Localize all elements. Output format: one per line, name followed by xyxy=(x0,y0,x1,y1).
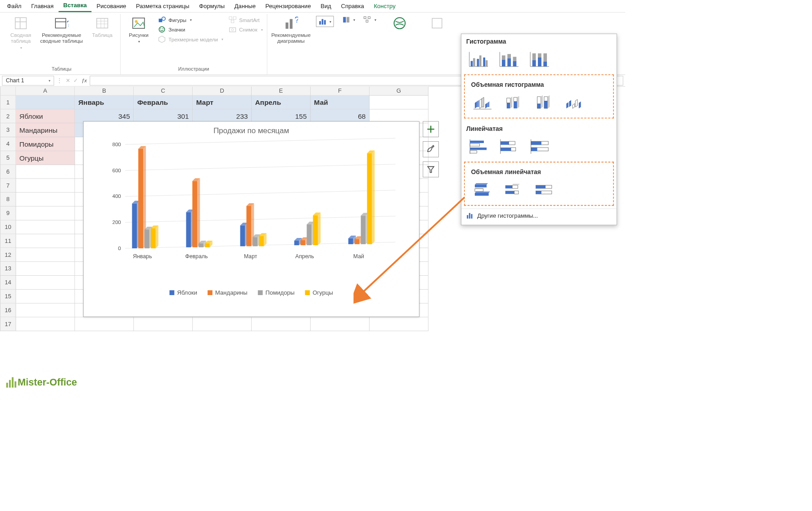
chart-type-3d-column[interactable] xyxy=(563,93,587,113)
name-box[interactable]: Chart 1 ▾ xyxy=(2,76,54,85)
row-header[interactable]: 11 xyxy=(0,234,16,248)
row-header[interactable]: 2 xyxy=(0,109,16,123)
row-header[interactable]: 4 xyxy=(0,137,16,151)
row-header[interactable]: 15 xyxy=(0,290,16,304)
cell[interactable] xyxy=(16,248,75,262)
cell[interactable] xyxy=(252,317,311,331)
cell[interactable] xyxy=(16,304,75,318)
tab-design[interactable]: Констру xyxy=(369,0,401,12)
cell[interactable] xyxy=(16,220,75,234)
maps-button[interactable] xyxy=(386,16,414,30)
shapes-button[interactable]: Фигуры▾ xyxy=(158,16,223,23)
row-header[interactable]: 16 xyxy=(0,304,16,318)
column-header[interactable]: A xyxy=(16,87,75,96)
tab-data[interactable]: Данные xyxy=(230,0,261,12)
cell[interactable]: Помидоры xyxy=(16,137,75,151)
cell[interactable] xyxy=(16,193,75,206)
chart-filters-button[interactable] xyxy=(423,161,438,177)
more-histograms[interactable]: Другие гистограммы... xyxy=(461,209,617,223)
chart-type-3d-clustered-column[interactable] xyxy=(471,93,495,113)
cell[interactable] xyxy=(16,234,75,248)
recommended-pivot-button[interactable]: ? Рекомендуемые сводные таблицы xyxy=(40,16,83,44)
chart-type-3d-clustered-bar[interactable] xyxy=(471,180,495,200)
chart-type-clustered-bar[interactable] xyxy=(466,137,491,157)
chart-type-stacked-column[interactable] xyxy=(496,49,521,70)
cell[interactable]: Февраль xyxy=(134,96,193,110)
fx-icon[interactable]: ƒх xyxy=(81,77,87,83)
column-header[interactable]: G xyxy=(370,87,429,96)
cancel-icon[interactable]: ✕ xyxy=(66,77,70,84)
tab-layout[interactable]: Разметка страницы xyxy=(131,0,194,12)
row-header[interactable]: 13 xyxy=(0,262,16,276)
cell[interactable] xyxy=(16,317,75,331)
chart-type-100-stacked-column[interactable] xyxy=(527,49,551,70)
cell[interactable]: Апрель xyxy=(252,96,311,110)
chart-type-3d-100-stacked-bar[interactable] xyxy=(532,180,556,200)
cell[interactable] xyxy=(16,165,75,179)
column-header[interactable] xyxy=(0,87,16,96)
tab-draw[interactable]: Рисование xyxy=(92,0,131,12)
row-header[interactable]: 10 xyxy=(0,220,16,234)
pictures-button[interactable]: Рисунки ▾ xyxy=(125,16,153,43)
cell[interactable]: Мандарины xyxy=(16,123,75,137)
cell[interactable] xyxy=(134,317,193,331)
recommended-charts-button[interactable]: ? Рекомендуемые диаграммы xyxy=(271,16,311,44)
cell[interactable] xyxy=(16,96,75,110)
row-header[interactable]: 6 xyxy=(0,165,16,179)
cell[interactable] xyxy=(16,262,75,276)
tab-review[interactable]: Рецензирование xyxy=(261,0,316,12)
column-header[interactable]: E xyxy=(252,87,311,96)
chart-type-3d-stacked-bar[interactable] xyxy=(501,180,526,200)
cell[interactable] xyxy=(370,96,429,110)
column-header[interactable]: F xyxy=(311,87,370,96)
tab-home[interactable]: Главная xyxy=(26,0,58,12)
hierarchy-chart-dropdown[interactable]: ▾ xyxy=(363,16,376,23)
table-button[interactable]: Таблица xyxy=(88,16,116,38)
embedded-chart[interactable]: Продажи по месяцам 0200400600800ЯнварьФе… xyxy=(83,121,420,317)
chart-type-clustered-column[interactable] xyxy=(466,49,491,70)
chart-elements-button[interactable] xyxy=(423,121,438,137)
cell[interactable]: Март xyxy=(193,96,252,110)
cell[interactable]: Январь xyxy=(75,96,134,110)
row-header[interactable]: 17 xyxy=(0,317,16,331)
3d-models-button[interactable]: Трехмерные модели▾ xyxy=(158,36,223,43)
cell[interactable] xyxy=(16,206,75,220)
cell[interactable] xyxy=(75,317,134,331)
row-header[interactable]: 9 xyxy=(0,206,16,220)
enter-icon[interactable]: ✓ xyxy=(73,77,78,84)
tab-file[interactable]: Файл xyxy=(2,0,27,12)
screenshot-button[interactable]: Снимок▾ xyxy=(229,26,262,33)
column-header[interactable]: B xyxy=(75,87,134,96)
row-header[interactable]: 14 xyxy=(0,276,16,290)
chart-type-3d-100-stacked-column[interactable] xyxy=(532,93,556,113)
cell[interactable] xyxy=(311,317,370,331)
cell[interactable]: Огурцы xyxy=(16,151,75,165)
chart-type-100-stacked-bar[interactable] xyxy=(527,137,551,157)
chart-type-3d-stacked-column[interactable] xyxy=(501,93,526,113)
smartart-button[interactable]: SmartArt xyxy=(229,16,262,23)
row-header[interactable]: 8 xyxy=(0,193,16,206)
column-chart-dropdown[interactable]: ▾ xyxy=(316,16,334,27)
cell[interactable]: Яблоки xyxy=(16,109,75,123)
icons-button[interactable]: Значки xyxy=(158,26,223,33)
cell[interactable] xyxy=(370,317,429,331)
pivot-chart-button[interactable] xyxy=(423,16,451,30)
line-chart-dropdown[interactable]: ▾ xyxy=(342,16,355,23)
row-header[interactable]: 1 xyxy=(0,96,16,110)
row-header[interactable]: 5 xyxy=(0,151,16,165)
column-header[interactable]: C xyxy=(134,87,193,96)
cell[interactable] xyxy=(16,179,75,193)
tab-insert[interactable]: Вставка xyxy=(59,0,92,12)
tab-formulas[interactable]: Формулы xyxy=(194,0,230,12)
tab-view[interactable]: Вид xyxy=(316,0,336,12)
row-header[interactable]: 7 xyxy=(0,179,16,193)
cell[interactable] xyxy=(193,317,252,331)
cell[interactable] xyxy=(16,276,75,290)
chart-styles-button[interactable] xyxy=(423,141,438,157)
row-header[interactable]: 3 xyxy=(0,123,16,137)
tab-help[interactable]: Справка xyxy=(336,0,369,12)
column-header[interactable]: D xyxy=(193,87,252,96)
pivot-table-button[interactable]: Сводная таблица ▾ xyxy=(7,16,35,49)
cell[interactable]: Май xyxy=(311,96,370,110)
chart-type-stacked-bar[interactable] xyxy=(496,137,521,157)
